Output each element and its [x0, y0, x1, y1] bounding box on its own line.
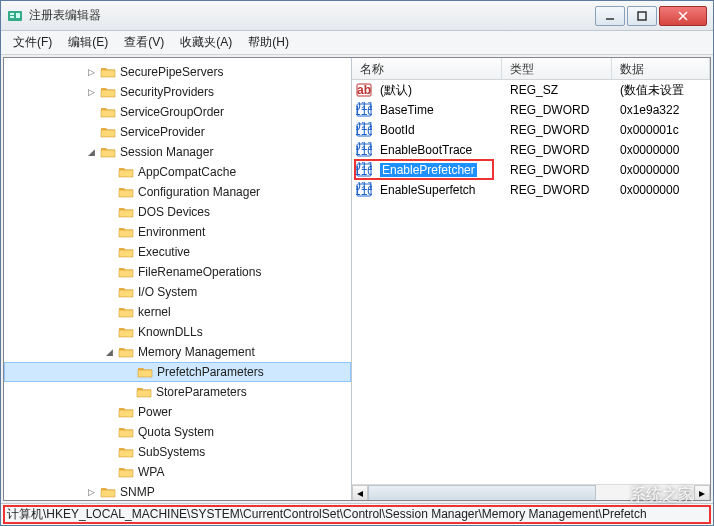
cell-type: REG_DWORD: [506, 163, 616, 177]
tree-label: SecurityProviders: [120, 85, 214, 99]
cell-data: 0x0000000: [616, 143, 710, 157]
list-body[interactable]: ab(默认)REG_SZ(数值未设置011110BaseTimeREG_DWOR…: [352, 80, 710, 484]
menubar: 文件(F) 编辑(E) 查看(V) 收藏夹(A) 帮助(H): [1, 31, 713, 55]
tree-label: Executive: [138, 245, 190, 259]
cell-type: REG_DWORD: [506, 183, 616, 197]
expand-icon[interactable]: ▷: [84, 65, 98, 79]
window-title: 注册表编辑器: [29, 7, 593, 24]
hscrollbar[interactable]: ◂ ▸: [352, 484, 710, 500]
window-buttons: [593, 6, 707, 26]
cell-data: (数值未设置: [616, 82, 710, 99]
cell-name: BaseTime: [376, 103, 506, 117]
col-type[interactable]: 类型: [502, 58, 612, 79]
list-header[interactable]: 名称 类型 数据: [352, 58, 710, 80]
tree-item[interactable]: ▷Executive: [4, 242, 351, 262]
svg-rect-5: [638, 12, 646, 20]
tree-item[interactable]: ▷ServiceProvider: [4, 122, 351, 142]
col-name[interactable]: 名称: [352, 58, 502, 79]
svg-rect-2: [10, 16, 14, 18]
tree-label: ServiceGroupOrder: [120, 105, 224, 119]
tree-item[interactable]: ▷SecurePipeServers: [4, 62, 351, 82]
cell-name: EnableSuperfetch: [376, 183, 506, 197]
tree-item[interactable]: ▷Environment: [4, 222, 351, 242]
close-button[interactable]: [659, 6, 707, 26]
cell-type: REG_DWORD: [506, 123, 616, 137]
window: 注册表编辑器 文件(F) 编辑(E) 查看(V) 收藏夹(A) 帮助(H) ▷S…: [0, 0, 714, 526]
expand-icon[interactable]: ▷: [84, 485, 98, 499]
tree-item[interactable]: ▷FileRenameOperations: [4, 262, 351, 282]
scroll-track[interactable]: [368, 485, 694, 501]
tree: ▷SecurePipeServers▷SecurityProviders▷Ser…: [4, 58, 351, 500]
tree-pane[interactable]: ▷SecurePipeServers▷SecurityProviders▷Ser…: [4, 58, 352, 500]
svg-text:110: 110: [356, 104, 372, 118]
cell-type: REG_DWORD: [506, 143, 616, 157]
list-row[interactable]: 011110EnableSuperfetchREG_DWORD0x0000000: [352, 180, 710, 200]
collapse-icon[interactable]: ◢: [102, 345, 116, 359]
cell-data: 0x0000000: [616, 183, 710, 197]
app-icon: [7, 8, 23, 24]
list-row[interactable]: 011110EnableBootTraceREG_DWORD0x0000000: [352, 140, 710, 160]
menu-help[interactable]: 帮助(H): [240, 31, 297, 54]
col-data[interactable]: 数据: [612, 58, 710, 79]
tree-label: DOS Devices: [138, 205, 210, 219]
maximize-button[interactable]: [627, 6, 657, 26]
cell-name: BootId: [376, 123, 506, 137]
tree-item[interactable]: ◢Memory Management: [4, 342, 351, 362]
tree-label: Memory Management: [138, 345, 255, 359]
tree-label: kernel: [138, 305, 171, 319]
menu-file[interactable]: 文件(F): [5, 31, 60, 54]
tree-item[interactable]: ▷SNMP: [4, 482, 351, 500]
svg-text:110: 110: [356, 184, 372, 198]
tree-item[interactable]: ▷KnownDLLs: [4, 322, 351, 342]
cell-data: 0x0000000: [616, 163, 710, 177]
svg-text:ab: ab: [357, 83, 371, 97]
tree-label: WPA: [138, 465, 164, 479]
tree-item[interactable]: ▷WPA: [4, 462, 351, 482]
scroll-thumb[interactable]: [368, 485, 596, 501]
tree-item[interactable]: ▷Power: [4, 402, 351, 422]
cell-data: 0x000001c: [616, 123, 710, 137]
client-area: ▷SecurePipeServers▷SecurityProviders▷Ser…: [3, 57, 711, 501]
collapse-icon[interactable]: ◢: [84, 145, 98, 159]
tree-item[interactable]: ▷ServiceGroupOrder: [4, 102, 351, 122]
tree-item[interactable]: ▷AppCompatCache: [4, 162, 351, 182]
svg-rect-1: [10, 13, 14, 15]
cell-data: 0x1e9a322: [616, 103, 710, 117]
tree-item[interactable]: ▷SubSystems: [4, 442, 351, 462]
tree-label: FileRenameOperations: [138, 265, 261, 279]
tree-label: Configuration Manager: [138, 185, 260, 199]
minimize-button[interactable]: [595, 6, 625, 26]
list-row[interactable]: ab(默认)REG_SZ(数值未设置: [352, 80, 710, 100]
tree-label: Session Manager: [120, 145, 213, 159]
tree-label: Power: [138, 405, 172, 419]
tree-item[interactable]: ▷SecurityProviders: [4, 82, 351, 102]
menu-view[interactable]: 查看(V): [116, 31, 172, 54]
tree-item[interactable]: ◢Session Manager: [4, 142, 351, 162]
tree-item[interactable]: ▷kernel: [4, 302, 351, 322]
tree-item[interactable]: ▷Configuration Manager: [4, 182, 351, 202]
scroll-left[interactable]: ◂: [352, 485, 368, 501]
menu-edit[interactable]: 编辑(E): [60, 31, 116, 54]
menu-favorites[interactable]: 收藏夹(A): [172, 31, 240, 54]
expand-icon[interactable]: ▷: [84, 85, 98, 99]
titlebar[interactable]: 注册表编辑器: [1, 1, 713, 31]
cell-type: REG_SZ: [506, 83, 616, 97]
scroll-right[interactable]: ▸: [694, 485, 710, 501]
cell-name: EnableBootTrace: [376, 143, 506, 157]
cell-type: REG_DWORD: [506, 103, 616, 117]
svg-text:110: 110: [356, 164, 372, 178]
tree-item[interactable]: ▷Quota System: [4, 422, 351, 442]
list-row[interactable]: 011110BootIdREG_DWORD0x000001c: [352, 120, 710, 140]
tree-item[interactable]: ▷I/O System: [4, 282, 351, 302]
tree-label: PrefetchParameters: [157, 365, 264, 379]
cell-name: EnablePrefetcher: [376, 163, 506, 177]
list-row[interactable]: 011110EnablePrefetcherREG_DWORD0x0000000: [352, 160, 710, 180]
tree-item[interactable]: ▷PrefetchParameters: [4, 362, 351, 382]
list-row[interactable]: 011110BaseTimeREG_DWORD0x1e9a322: [352, 100, 710, 120]
tree-label: SubSystems: [138, 445, 205, 459]
statusbar: 计算机\HKEY_LOCAL_MACHINE\SYSTEM\CurrentCon…: [1, 503, 713, 525]
tree-label: SNMP: [120, 485, 155, 499]
tree-item[interactable]: ▷StoreParameters: [4, 382, 351, 402]
list-pane: 名称 类型 数据 ab(默认)REG_SZ(数值未设置011110BaseTim…: [352, 58, 710, 500]
tree-item[interactable]: ▷DOS Devices: [4, 202, 351, 222]
